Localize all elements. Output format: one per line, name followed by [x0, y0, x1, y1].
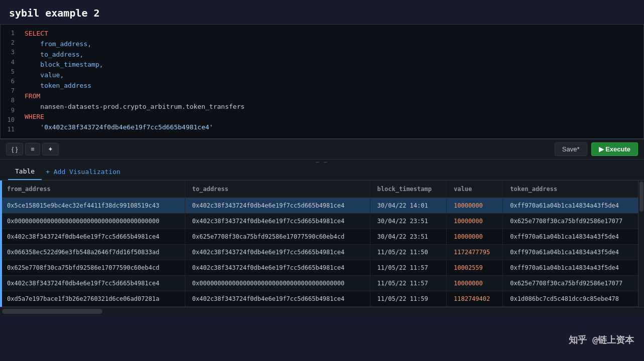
table-cell-token_address: 0x625e7708f30ca75bfd92586e17077 [503, 276, 644, 291]
table-row: 0xd5a7e197bace1f3b26e2760321d6ce06ad0728… [0, 291, 644, 307]
table-cell-to_address: 0x402c38f343724f0db4e6e19f7cc5d665b4981c… [185, 260, 370, 276]
table-cell-from_address: 0x625e7708f30ca75bfd92586e17077590c60eb4… [0, 260, 185, 276]
table-cell-to_address: 0x402c38f343724f0db4e6e19f7cc5d665b4981c… [185, 198, 370, 214]
line-number: 9 [7, 106, 15, 115]
table-cell-block_timestamp: 30/04/22 23:51 [370, 214, 446, 229]
line-number: 3 [7, 48, 15, 57]
table-cell-token_address: 0x1d086bc7cd5c481dcc9c85ebe478 [503, 291, 644, 307]
table-cell-to_address: 0x402c38f343724f0db4e6e19f7cc5d665b4981c… [185, 214, 370, 229]
table-cell-from_address: 0x5ce158015e9bc4ec32ef4411f38dc99108519c… [0, 198, 185, 214]
line-number: 4 [7, 58, 15, 67]
format-json-button[interactable]: { } [6, 143, 23, 155]
left-accent-bar [0, 180, 2, 307]
table-cell-from_address: 0x066358ec522d96e3fb548a2646f7dd16f50833… [0, 245, 185, 260]
table-cell-block_timestamp: 11/05/22 11:59 [370, 291, 446, 307]
results-table: from_addressto_addressblock_timestampval… [0, 180, 644, 307]
table-cell-to_address: 0x625e7708f30ca75bfd92586e17077590c60eb4… [185, 229, 370, 245]
table-cell-block_timestamp: 11/05/22 11:50 [370, 245, 446, 260]
format-list-button[interactable]: ≡ [25, 143, 40, 155]
table-container[interactable]: from_addressto_addressblock_timestampval… [0, 180, 644, 307]
h-scrollbar-thumb [2, 309, 102, 314]
table-cell-value: 1172477795 [446, 245, 502, 260]
header: sybil example 2 [0, 0, 644, 24]
table-column-token_address[interactable]: token_address [503, 180, 644, 198]
table-column-to_address[interactable]: to_address [185, 180, 370, 198]
table-cell-value: 10000000 [446, 276, 502, 291]
table-cell-value: 10000000 [446, 198, 502, 214]
table-cell-block_timestamp: 30/04/22 23:51 [370, 229, 446, 245]
results-area: Table + Add Visualization from_addressto… [0, 163, 644, 315]
code-line: WHERE [25, 112, 639, 122]
code-line: '0x402c38f343724f0db4e6e19f7cc5d665b4981… [25, 122, 639, 133]
table-cell-value: 1182749402 [446, 291, 502, 307]
horizontal-scrollbar[interactable] [0, 307, 644, 315]
toolbar-left: { } ≡ ✦ [6, 143, 59, 155]
table-cell-from_address: 0x00000000000000000000000000000000000000… [0, 214, 185, 229]
table-row: 0x402c38f343724f0db4e6e19f7cc5d665b4981c… [0, 229, 644, 245]
line-number: 7 [7, 86, 15, 96]
line-number: 1 [7, 29, 15, 38]
toolbar: { } ≡ ✦ Save* Execute [0, 139, 644, 159]
table-row: 0x00000000000000000000000000000000000000… [0, 214, 644, 229]
table-cell-token_address: 0xff970a61a04b1ca14834a43f5de4 [503, 245, 644, 260]
page-title: sybil example 2 [9, 7, 100, 19]
line-number: 10 [7, 115, 15, 125]
table-row: 0x5ce158015e9bc4ec32ef4411f38dc99108519c… [0, 198, 644, 214]
table-column-from_address[interactable]: from_address [0, 180, 185, 198]
tabs: Table + Add Visualization [0, 163, 644, 180]
table-cell-from_address: 0x402c38f343724f0db4e6e19f7cc5d665b4981c… [0, 229, 185, 245]
table-cell-to_address: 0x402c38f343724f0db4e6e19f7cc5d665b4981c… [185, 245, 370, 260]
table-cell-value: 10000000 [446, 229, 502, 245]
execute-button[interactable]: Execute [591, 142, 638, 156]
toolbar-right: Save* Execute [555, 142, 638, 156]
resize-dots: — — [316, 159, 328, 164]
add-visualization-button[interactable]: + Add Visualization [46, 164, 120, 179]
table-row: 0x402c38f343724f0db4e6e19f7cc5d665b4981c… [0, 276, 644, 291]
table-header-row: from_addressto_addressblock_timestampval… [0, 180, 644, 198]
scrollbar-thumb [639, 182, 643, 212]
line-number: 6 [7, 77, 15, 86]
resize-handle[interactable]: — — [0, 159, 644, 163]
format-star-button[interactable]: ✦ [42, 143, 59, 155]
table-cell-block_timestamp: 11/05/22 11:57 [370, 276, 446, 291]
table-cell-from_address: 0xd5a7e197bace1f3b26e2760321d6ce06ad0728… [0, 291, 185, 307]
table-cell-token_address: 0x625e7708f30ca75bfd92586e17077 [503, 214, 644, 229]
table-cell-token_address: 0xff970a61a04b1ca14834a43f5de4 [503, 260, 644, 276]
code-line: SELECT [25, 29, 639, 39]
code-block: 1234567891011 SELECT from_address, to_ad… [1, 25, 643, 138]
code-content[interactable]: SELECT from_address, to_address, block_t… [21, 29, 643, 134]
table-cell-block_timestamp: 11/05/22 11:57 [370, 260, 446, 276]
line-number: 11 [7, 125, 15, 134]
table-column-block_timestamp[interactable]: block_timestamp [370, 180, 446, 198]
vertical-scrollbar[interactable] [638, 180, 644, 307]
line-number: 8 [7, 96, 15, 105]
table-header: from_addressto_addressblock_timestampval… [0, 180, 644, 198]
table-cell-block_timestamp: 30/04/22 14:01 [370, 198, 446, 214]
line-number: 2 [7, 38, 15, 48]
editor-area[interactable]: 1234567891011 SELECT from_address, to_ad… [0, 24, 644, 139]
table-cell-token_address: 0xff970a61a04b1ca14834a43f5de4 [503, 198, 644, 214]
table-body: 0x5ce158015e9bc4ec32ef4411f38dc99108519c… [0, 198, 644, 307]
line-numbers: 1234567891011 [1, 29, 21, 134]
line-number: 5 [7, 67, 15, 77]
table-cell-to_address: 0x402c38f343724f0db4e6e19f7cc5d665b4981c… [185, 291, 370, 307]
code-line: to_address, [25, 50, 639, 60]
watermark: 知乎 @链上资本 [569, 334, 634, 346]
code-line: token_address [25, 81, 639, 91]
tab-table[interactable]: Table [8, 163, 42, 180]
code-line: from_address, [25, 39, 639, 50]
code-line: value, [25, 70, 639, 81]
table-cell-token_address: 0xff970a61a04b1ca14834a43f5de4 [503, 229, 644, 245]
table-column-value[interactable]: value [446, 180, 502, 198]
table-row: 0x625e7708f30ca75bfd92586e17077590c60eb4… [0, 260, 644, 276]
code-line: nansen-datasets-prod.crypto_arbitrum.tok… [25, 102, 639, 112]
table-cell-value: 10002559 [446, 260, 502, 276]
save-button[interactable]: Save* [555, 142, 587, 156]
table-cell-from_address: 0x402c38f343724f0db4e6e19f7cc5d665b4981c… [0, 276, 185, 291]
table-row: 0x066358ec522d96e3fb548a2646f7dd16f50833… [0, 245, 644, 260]
code-line: FROM [25, 91, 639, 102]
code-line: block_timestamp, [25, 60, 639, 70]
table-cell-to_address: 0x00000000000000000000000000000000000000… [185, 276, 370, 291]
table-cell-value: 10000000 [446, 214, 502, 229]
